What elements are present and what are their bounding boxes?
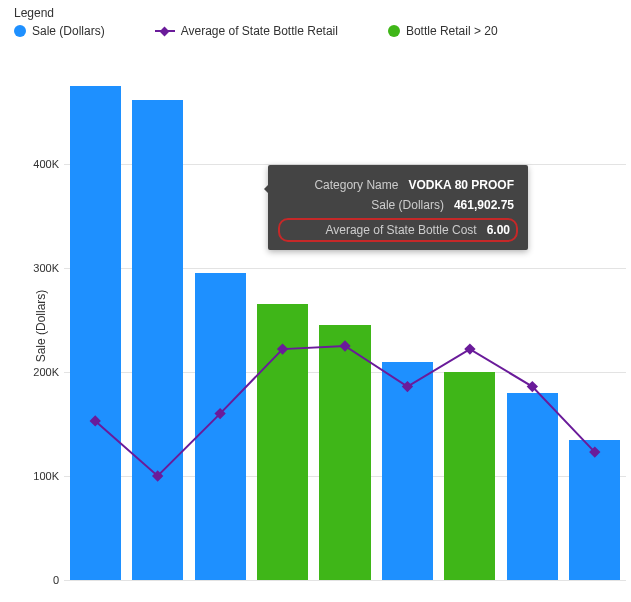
y-tick-label: 300K xyxy=(13,262,59,274)
tooltip-label: Category Name xyxy=(314,175,398,195)
y-tick-label: 100K xyxy=(13,470,59,482)
y-tick-label: 400K xyxy=(13,158,59,170)
tooltip-value: 6.00 xyxy=(487,220,510,240)
legend-label: Sale (Dollars) xyxy=(32,24,105,38)
tooltip: Category Name VODKA 80 PROOF Sale (Dolla… xyxy=(268,165,528,250)
line-series xyxy=(64,60,626,580)
plot-area[interactable] xyxy=(64,60,626,580)
tooltip-label: Sale (Dollars) xyxy=(371,195,444,215)
y-tick-label: 0 xyxy=(13,574,59,586)
line-icon xyxy=(155,30,175,32)
tooltip-label: Average of State Bottle Cost xyxy=(325,220,476,240)
legend-label: Average of State Bottle Retail xyxy=(181,24,338,38)
tooltip-value: 461,902.75 xyxy=(454,195,514,215)
circle-icon xyxy=(14,25,26,37)
legend-title: Legend xyxy=(14,6,621,20)
y-axis-label: Sale (Dollars) xyxy=(34,290,48,363)
legend-item-avg-retail[interactable]: Average of State Bottle Retail xyxy=(155,24,338,38)
legend-label: Bottle Retail > 20 xyxy=(406,24,498,38)
tooltip-highlight-row: Average of State Bottle Cost 6.00 xyxy=(278,218,518,242)
line-marker[interactable] xyxy=(339,340,350,351)
y-tick-label: 200K xyxy=(13,366,59,378)
legend-items: Sale (Dollars) Average of State Bottle R… xyxy=(14,24,621,38)
legend: Legend Sale (Dollars) Average of State B… xyxy=(0,0,631,40)
line-marker[interactable] xyxy=(402,381,413,392)
circle-icon xyxy=(388,25,400,37)
grid-line xyxy=(64,580,626,581)
line-marker[interactable] xyxy=(464,343,475,354)
legend-item-sale[interactable]: Sale (Dollars) xyxy=(14,24,105,38)
tooltip-value: VODKA 80 PROOF xyxy=(408,175,514,195)
chart: Sale (Dollars) 0100K200K300K400K Categor… xyxy=(0,50,631,602)
legend-item-retail-gt20[interactable]: Bottle Retail > 20 xyxy=(388,24,498,38)
line-path xyxy=(95,346,595,476)
